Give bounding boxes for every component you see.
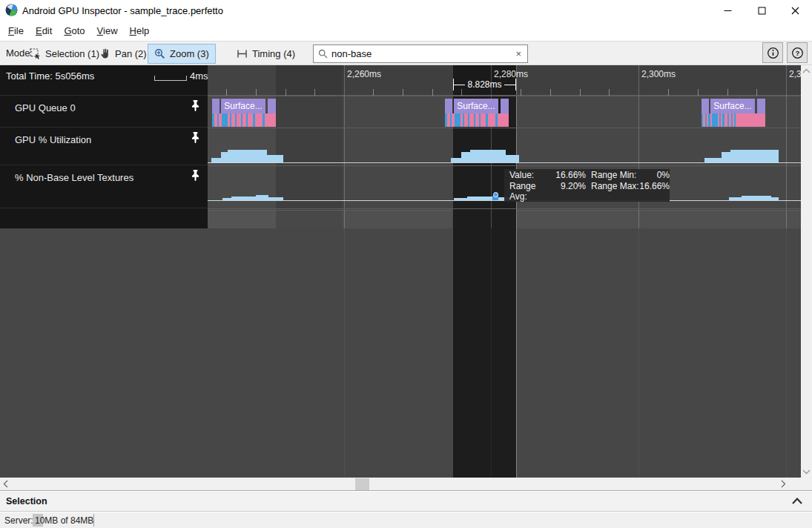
non-base-level-textures-bar[interactable] bbox=[771, 197, 779, 200]
ruler-minor-tick bbox=[521, 89, 521, 96]
mode-zoom-label: Zoom (3) bbox=[170, 48, 209, 59]
ruler-minor-tick bbox=[373, 89, 374, 96]
gridline-faint bbox=[786, 228, 787, 478]
selection-panel-header[interactable]: Selection bbox=[0, 492, 812, 512]
gpu-utilization-bar[interactable] bbox=[221, 152, 228, 162]
pin-icon[interactable] bbox=[189, 131, 202, 144]
non-base-level-textures-bar[interactable] bbox=[454, 198, 467, 200]
menu-item-view[interactable]: View bbox=[91, 22, 124, 39]
gpu-utilization-bar[interactable] bbox=[470, 150, 506, 162]
close-button[interactable] bbox=[778, 0, 812, 21]
search-input[interactable] bbox=[331, 48, 510, 59]
gpu-command-stripe[interactable] bbox=[255, 113, 263, 127]
scroll-right-icon[interactable] bbox=[780, 480, 786, 488]
ruler-time-label: 2,260ms bbox=[347, 69, 381, 79]
magnifier-plus-icon bbox=[154, 48, 165, 59]
gpu-command-stripe[interactable] bbox=[498, 113, 509, 127]
surface-slice[interactable] bbox=[268, 99, 276, 113]
mode-zoom-button[interactable]: Zoom (3) bbox=[148, 44, 216, 64]
gpu-command-stripe[interactable] bbox=[265, 113, 276, 127]
ruler-minor-tick bbox=[580, 89, 581, 96]
ruler-minor-tick bbox=[256, 89, 257, 96]
surface-slice[interactable] bbox=[501, 99, 509, 113]
non-base-level-textures-bar[interactable] bbox=[742, 196, 771, 200]
scroll-up-icon[interactable] bbox=[802, 68, 811, 74]
tooltip-range-min-label: Range Min: bbox=[586, 170, 639, 180]
gpu-command-stripe[interactable] bbox=[736, 113, 765, 127]
non-base-level-textures-bar[interactable] bbox=[231, 197, 256, 200]
help-button[interactable]: ? bbox=[787, 42, 808, 63]
non-base-level-textures-bar[interactable] bbox=[256, 195, 268, 200]
vertical-scrollbar[interactable] bbox=[801, 65, 812, 478]
maximize-button[interactable] bbox=[745, 0, 779, 21]
horizontal-scrollbar-thumb[interactable] bbox=[355, 478, 369, 490]
timing-icon bbox=[237, 48, 248, 59]
gpu-command-stripe[interactable] bbox=[222, 113, 228, 127]
non-base-level-textures-bar[interactable] bbox=[268, 197, 283, 200]
tooltip-range-avg-label: Range Avg: bbox=[504, 181, 553, 202]
ruler-time-label: 2,300ms bbox=[641, 69, 676, 79]
track-separator bbox=[208, 128, 801, 128]
info-button[interactable] bbox=[762, 42, 783, 63]
gpu-command-stripe[interactable] bbox=[481, 113, 486, 127]
non-base-level-textures-bar[interactable] bbox=[222, 198, 231, 200]
track-label-row-0[interactable]: GPU Queue 0 bbox=[0, 96, 208, 128]
gridline bbox=[638, 65, 639, 228]
pin-icon[interactable] bbox=[189, 169, 202, 182]
gpu-utilization-bar[interactable] bbox=[461, 152, 470, 162]
gpu-command-stripe[interactable] bbox=[712, 113, 718, 127]
gpu-command-stripe[interactable] bbox=[455, 113, 461, 127]
scroll-left-icon[interactable] bbox=[3, 480, 9, 488]
non-base-level-textures-bar[interactable] bbox=[729, 197, 742, 200]
track-label-panel: Total Time: 5s056ms 4ms GPU Queue 0GPU %… bbox=[0, 65, 208, 228]
surface-slice[interactable] bbox=[212, 99, 219, 113]
gpu-utilization-bar[interactable] bbox=[451, 158, 461, 162]
tooltip-range-max: 16.66% bbox=[639, 181, 670, 202]
menu-item-file[interactable]: File bbox=[2, 22, 30, 39]
surface-slice-labeled[interactable]: Surface... bbox=[221, 99, 265, 113]
title-bar: Android GPU Inspector - sample_trace.per… bbox=[0, 0, 812, 21]
surface-slice[interactable] bbox=[757, 99, 765, 113]
scale-label: 4ms bbox=[190, 70, 208, 82]
mode-timing-button[interactable]: Timing (4) bbox=[231, 44, 301, 64]
ruler-minor-tick bbox=[314, 89, 315, 96]
ruler-minor-tick bbox=[226, 89, 227, 96]
track-label-row-1[interactable]: GPU % Utilization bbox=[0, 128, 208, 165]
ruler-minor-tick bbox=[668, 89, 669, 96]
toolbar: Mode: Selection (1) Pan (2) Zoom (3) bbox=[0, 41, 812, 65]
mode-pan-label: Pan (2) bbox=[115, 48, 147, 59]
menu-item-edit[interactable]: Edit bbox=[30, 22, 58, 39]
mode-pan-button[interactable]: Pan (2) bbox=[93, 44, 153, 64]
gpu-utilization-bar[interactable] bbox=[730, 150, 779, 162]
gpu-utilization-bar[interactable] bbox=[704, 158, 722, 162]
ruler-minor-tick bbox=[698, 89, 699, 96]
search-box[interactable]: × bbox=[313, 44, 528, 63]
collapse-panel-icon[interactable] bbox=[791, 496, 803, 506]
ruler-minor-tick bbox=[285, 89, 286, 96]
menu-item-goto[interactable]: Goto bbox=[58, 22, 90, 39]
gpu-command-stripe[interactable] bbox=[488, 113, 495, 127]
memory-usage-indicator: 10MB of 84MB bbox=[33, 513, 96, 527]
minimize-button[interactable] bbox=[710, 0, 745, 21]
gpu-utilization-bar[interactable] bbox=[722, 152, 730, 162]
gridline bbox=[344, 65, 345, 228]
pin-icon[interactable] bbox=[189, 99, 202, 112]
scroll-down-icon[interactable] bbox=[802, 469, 811, 475]
gpu-utilization-bar[interactable] bbox=[267, 155, 283, 162]
non-base-level-textures-bar[interactable] bbox=[467, 197, 492, 200]
surface-slice-labeled[interactable]: Surface... bbox=[454, 99, 498, 113]
horizontal-scrollbar[interactable] bbox=[0, 478, 812, 491]
timeline[interactable]: 2,260ms2,280ms2,300ms2,3 8.828ms Total T… bbox=[0, 65, 812, 478]
gpu-utilization-bar[interactable] bbox=[228, 150, 267, 162]
svg-text:?: ? bbox=[795, 49, 799, 57]
gpu-utilization-bar[interactable] bbox=[506, 155, 519, 162]
gpu-utilization-bar[interactable] bbox=[211, 158, 221, 162]
menu-item-help[interactable]: Help bbox=[124, 22, 156, 39]
surface-slice[interactable] bbox=[445, 99, 452, 113]
search-clear-icon[interactable]: × bbox=[514, 48, 523, 59]
gpu-command-stripe[interactable] bbox=[248, 113, 253, 127]
track-label-row-2[interactable]: % Non-Base Level Textures bbox=[0, 165, 208, 208]
surface-slice[interactable] bbox=[702, 99, 709, 113]
surface-slice-labeled[interactable]: Surface... bbox=[710, 99, 755, 113]
ruler-minor-tick bbox=[727, 89, 728, 96]
